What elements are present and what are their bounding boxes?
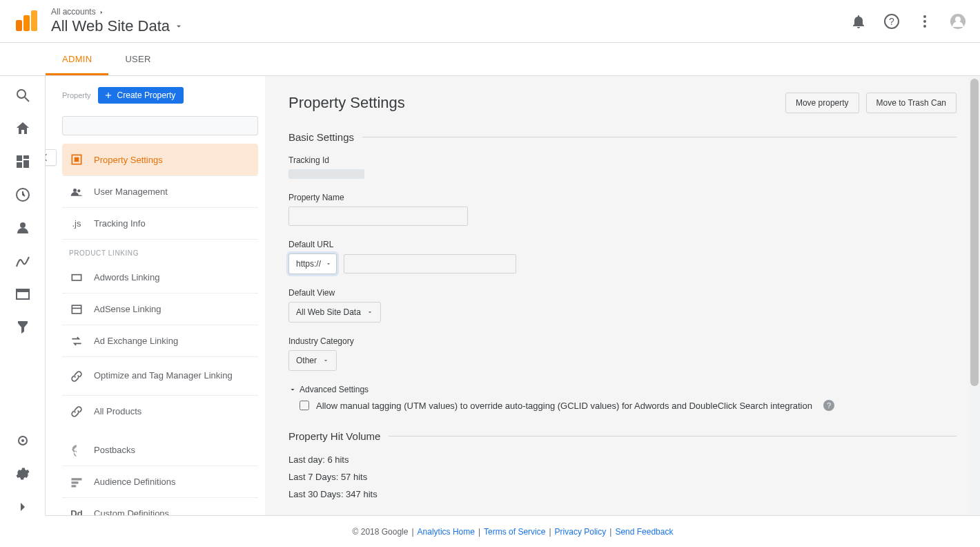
person-icon[interactable] <box>14 220 31 236</box>
hit-last-30: Last 30 Days: 347 hits <box>288 489 957 499</box>
svg-point-3 <box>923 20 926 23</box>
move-property-button[interactable]: Move property <box>785 93 859 113</box>
js-icon: .js <box>69 216 84 231</box>
footer: © 2018 Google | Analytics Home | Terms o… <box>46 515 980 547</box>
svg-point-2 <box>923 15 926 18</box>
main-content: Property Settings Move property Move to … <box>265 76 980 515</box>
tab-user[interactable]: USER <box>108 43 167 75</box>
svg-point-14 <box>20 222 26 228</box>
footer-analytics-home[interactable]: Analytics Home <box>418 527 475 537</box>
advanced-settings-toggle[interactable]: Advanced Settings <box>288 385 957 394</box>
back-button[interactable] <box>46 149 57 166</box>
svg-point-6 <box>955 17 961 22</box>
hit-last-day: Last day: 6 hits <box>288 454 957 465</box>
postbacks-icon <box>69 442 84 457</box>
basic-settings-legend: Basic Settings <box>288 131 362 143</box>
chevron-right-icon <box>98 9 105 16</box>
group-icon <box>69 184 84 200</box>
svg-rect-21 <box>75 157 79 162</box>
sidebar-item-label: Adwords Linking <box>94 272 159 282</box>
arrow-left-icon <box>46 152 50 163</box>
notifications-icon[interactable] <box>850 13 867 30</box>
nav-adexchange-linking[interactable]: Ad Exchange Linking <box>62 325 258 356</box>
default-url-label: Default URL <box>288 240 957 249</box>
settings-icon <box>69 152 84 167</box>
footer-privacy[interactable]: Privacy Policy <box>555 527 607 537</box>
manual-tagging-label: Allow manual tagging (UTM values) to ove… <box>316 401 812 411</box>
caret-down-icon <box>174 21 184 31</box>
sidebar-item-label: User Management <box>94 186 168 197</box>
property-hit-volume-section: Property Hit Volume Last day: 6 hits Las… <box>288 430 957 506</box>
home-icon[interactable] <box>14 120 31 137</box>
clock-icon[interactable] <box>14 186 31 203</box>
triangle-down-icon <box>288 385 297 394</box>
breadcrumb[interactable]: All accounts <box>51 7 184 17</box>
caret-down-icon <box>322 357 329 364</box>
nav-adsense-linking[interactable]: AdSense Linking <box>62 293 258 325</box>
adwords-icon <box>69 269 84 285</box>
admin-user-tabs: ADMIN USER <box>0 43 980 76</box>
nav-user-management[interactable]: User Management <box>62 175 258 207</box>
nav-custom-definitions[interactable]: Dd Custom Definitions <box>62 497 258 515</box>
industry-category-select[interactable]: Other <box>288 350 337 371</box>
scrollbar[interactable] <box>969 76 980 515</box>
svg-rect-12 <box>17 162 22 168</box>
nav-audience-definitions[interactable]: Audience Definitions <box>62 466 258 497</box>
scrollbar-thumb[interactable] <box>970 79 979 386</box>
behavior-icon[interactable] <box>14 286 31 303</box>
property-title[interactable]: All Web Site Data <box>51 17 184 35</box>
basic-settings-section: Basic Settings Tracking Id Property Name… <box>288 131 957 411</box>
default-url-input[interactable] <box>344 254 516 274</box>
admin-gear-icon[interactable] <box>14 466 31 482</box>
sidebar-item-label: Property Settings <box>94 155 163 165</box>
svg-point-7 <box>17 90 26 98</box>
ga-logo <box>14 9 39 34</box>
collapse-icon[interactable] <box>14 499 31 515</box>
footer-copyright: © 2018 Google <box>353 527 409 537</box>
nav-optimize-tagmanager[interactable]: Optimize and Tag Manager Linking <box>62 356 258 395</box>
discover-icon[interactable] <box>14 432 31 449</box>
footer-terms[interactable]: Terms of Service <box>484 527 545 537</box>
nav-tracking-info[interactable]: .js Tracking Info <box>62 207 258 239</box>
left-icon-rail <box>0 76 46 515</box>
dashboard-icon[interactable] <box>14 153 31 170</box>
search-icon[interactable] <box>14 87 31 104</box>
svg-rect-11 <box>23 160 29 168</box>
svg-rect-24 <box>72 275 81 280</box>
acquisition-icon[interactable] <box>14 253 31 269</box>
dd-icon: Dd <box>69 506 84 516</box>
svg-rect-9 <box>17 155 22 161</box>
hit-last-7: Last 7 Days: 57 hits <box>288 472 957 482</box>
product-linking-section-header: PRODUCT LINKING <box>62 239 258 261</box>
sidebar-item-label: Custom Definitions <box>94 508 169 515</box>
sidebar-item-label: Postbacks <box>94 445 135 455</box>
hit-volume-legend: Property Hit Volume <box>288 430 389 442</box>
account-icon[interactable] <box>950 13 966 30</box>
nav-property-settings[interactable]: Property Settings <box>62 144 258 175</box>
property-name-input[interactable] <box>288 207 468 226</box>
move-to-trash-button[interactable]: Move to Trash Can <box>866 93 957 113</box>
svg-rect-10 <box>23 155 29 159</box>
help-question-icon[interactable]: ? <box>823 400 834 411</box>
sidebar-item-label: All Products <box>94 406 141 416</box>
sidebar-item-label: AdSense Linking <box>94 304 161 314</box>
nav-adwords-linking[interactable]: Adwords Linking <box>62 261 258 293</box>
more-vert-icon[interactable] <box>917 13 933 30</box>
protocol-select[interactable]: https:// <box>288 253 337 274</box>
link-icon <box>69 369 84 384</box>
manual-tagging-checkbox[interactable] <box>300 401 309 410</box>
conversions-icon[interactable] <box>14 319 31 336</box>
create-property-button[interactable]: Create Property <box>98 87 184 104</box>
tab-admin[interactable]: ADMIN <box>46 43 108 75</box>
svg-rect-16 <box>17 289 29 292</box>
help-icon[interactable]: ? <box>883 13 900 30</box>
svg-point-22 <box>73 189 77 192</box>
property-name-label: Property Name <box>288 193 957 202</box>
caret-down-icon <box>366 309 373 316</box>
nav-all-products[interactable]: All Products <box>62 395 258 427</box>
default-view-select[interactable]: All Web Site Data <box>288 302 381 323</box>
nav-postbacks[interactable]: Postbacks <box>62 434 258 466</box>
property-selector[interactable] <box>62 116 258 135</box>
footer-feedback[interactable]: Send Feedback <box>615 527 673 537</box>
tracking-id-value <box>288 169 364 179</box>
